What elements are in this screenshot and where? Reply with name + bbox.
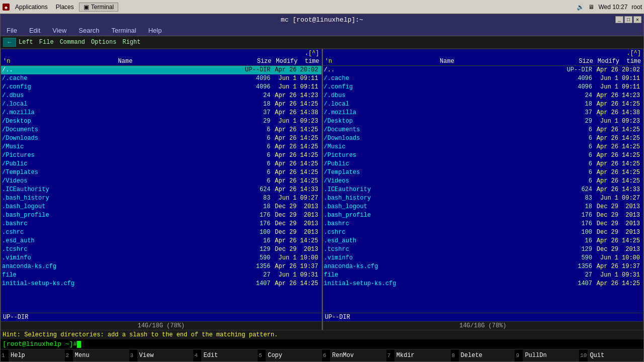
list-item[interactable]: /Music6Apr 2614:25 [1,143,321,151]
left-col-time: time [299,58,321,65]
list-item[interactable]: /Desktop29Jun 109:23 [1,117,321,126]
list-item[interactable]: /Videos6Apr 2614:25 [1,177,321,186]
list-item[interactable]: .cshrc100Dec 292013 [1,228,321,237]
list-item[interactable]: /Pictures6Apr 2614:25 [1,151,321,160]
list-item[interactable]: /Public6Apr 2614:25 [323,160,643,168]
terminal-window: mc [root@linuxhelp]:~ _ □ ✕ File Edit Vi… [0,14,644,362]
left-panel-tab-command: Command [60,39,85,46]
menu-search[interactable]: Search [76,26,101,35]
list-item[interactable]: .bash_history83Jun 109:27 [323,194,643,203]
prompt-text: [root@linuxhelp ~]# [3,340,77,348]
right-status-text: UP--DIR [325,314,350,321]
menu-file[interactable]: File [5,26,19,35]
list-item[interactable]: /.config4096Jun 109:11 [1,83,321,92]
list-item[interactable]: .ICEauthority624Apr 2614:33 [323,186,643,194]
list-item[interactable]: /.mozilla37Apr 2614:38 [323,109,643,117]
list-item[interactable]: /.config4096Jun 109:11 [323,83,643,92]
menu-view[interactable]: View [50,26,68,35]
list-item[interactable]: /Templates6Apr 2614:25 [323,168,643,177]
list-item[interactable]: .bash_logout18Dec 292013 [1,203,321,211]
list-item[interactable]: .bashrc176Dec 292013 [1,220,321,228]
list-item[interactable]: /.mozilla37Apr 2614:38 [1,109,321,117]
list-item[interactable]: .bashrc176Dec 292013 [323,220,643,228]
list-item[interactable]: anaconda-ks.cfg1356Apr 2619:37 [1,262,321,271]
list-item[interactable]: /.dbus24Apr 2614:23 [1,92,321,100]
list-item[interactable]: /Videos6Apr 2614:25 [323,177,643,186]
fkey-9[interactable]: 9PullDn [515,349,579,361]
hint-text: Hint: Selecting directories: add a slash… [3,331,278,338]
fkey-7[interactable]: 7Mkdir [386,349,451,361]
menu-terminal[interactable]: Terminal [110,26,138,35]
list-item[interactable]: .bash_logout18Dec 292013 [323,203,643,211]
places-menu[interactable]: Places [53,3,77,12]
list-item[interactable]: /.local18Apr 2614:25 [1,100,321,109]
list-item[interactable]: /Documents6Apr 2614:25 [1,126,321,134]
top-bar: ◆ Applications Places ▣ Terminal 🔊 🖥 Wed… [0,0,644,14]
left-panel-tab-left: Left [19,39,33,46]
menu-edit[interactable]: Edit [27,26,42,35]
right-col-modify: Modify [595,58,620,65]
volume-icon: 🔊 [577,4,584,11]
list-item[interactable]: .tcshrc129Dec 292013 [323,245,643,254]
list-item[interactable]: .bash_profile176Dec 292013 [1,211,321,220]
fkey-4[interactable]: 4Edit [193,349,258,361]
left-panel-status: UP--DIR [1,313,321,321]
right-panel: .[^] 'n Name Size Modify time /..UP--DIR… [322,49,644,330]
menu-help[interactable]: Help [146,26,164,35]
left-panel: .[^] 'n Name Size Modify time /..UP--DIR… [1,49,322,330]
user-label: root [631,4,642,11]
list-item[interactable]: /.cache4096Jun 109:11 [323,74,643,83]
list-item[interactable]: /Templates6Apr 2614:25 [1,168,321,177]
list-item[interactable]: /Downloads6Apr 2614:25 [1,134,321,143]
right-file-list: /..UP--DIRApr 2620:02/.cache4096Jun 109:… [323,66,643,313]
fkey-8[interactable]: 8Delete [451,349,515,361]
list-item[interactable]: initial-setup-ks.cfg1407Apr 2614:25 [1,280,321,288]
left-panel-path: .[^] [305,50,319,57]
list-item[interactable]: .tcshrc129Dec 292013 [1,245,321,254]
list-item[interactable]: .ICEauthority624Apr 2614:33 [1,186,321,194]
fkey-1[interactable]: 1Help [1,349,65,361]
panels-container: .[^] 'n Name Size Modify time /..UP--DIR… [1,49,643,330]
left-col-size: Size [238,58,274,65]
list-item[interactable]: /Desktop29Jun 109:23 [323,117,643,126]
list-item[interactable]: .bash_profile176Dec 292013 [323,211,643,220]
list-item[interactable]: /Pictures6Apr 2614:25 [323,151,643,160]
fkey-2[interactable]: 2Menu [65,349,129,361]
maximize-button[interactable]: □ [624,16,632,23]
list-item[interactable]: /..UP--DIRApr 2620:02 [323,66,643,74]
fkey-5[interactable]: 5Copy [258,349,322,361]
right-panel-status: UP--DIR [323,313,643,321]
list-item[interactable]: /.dbus24Apr 2614:23 [323,92,643,100]
close-button[interactable]: ✕ [633,16,641,23]
list-item[interactable]: .esd_auth16Apr 2614:25 [1,237,321,245]
list-item[interactable]: initial-setup-ks.cfg1407Apr 2614:25 [323,280,643,288]
list-item[interactable]: .viminfo590Jun 110:00 [323,254,643,262]
prompt-line[interactable]: [root@linuxhelp ~]# [1,339,643,349]
minimize-button[interactable]: _ [615,16,623,23]
list-item[interactable]: .cshrc100Dec 292013 [323,228,643,237]
list-item[interactable]: file27Jun 109:31 [1,271,321,280]
list-item[interactable]: .viminfo590Jun 110:00 [1,254,321,262]
right-col-name: Name [334,58,560,65]
left-nav-button[interactable]: ← [3,38,16,47]
list-item[interactable]: /Documents6Apr 2614:25 [323,126,643,134]
right-panel-title: .[^] [323,49,643,57]
left-panel-tab-options: Options [91,39,116,46]
applications-menu[interactable]: Applications [12,3,51,12]
list-item[interactable]: /..UP--DIRApr 2620:02 [1,66,321,74]
fkey-6[interactable]: 6RenMov [322,349,386,361]
fkey-10[interactable]: 10Quit [579,349,643,361]
list-item[interactable]: .esd_auth16Apr 2614:25 [323,237,643,245]
list-item[interactable]: file27Jun 109:31 [323,271,643,280]
list-item[interactable]: /Public6Apr 2614:25 [1,160,321,168]
list-item[interactable]: /.cache4096Jun 109:11 [1,74,321,83]
window-title: mc [root@linuxhelp]:~ [281,16,363,24]
list-item[interactable]: /Music6Apr 2614:25 [323,143,643,151]
terminal-tab[interactable]: ▣ Terminal [79,3,118,12]
list-item[interactable]: /.local18Apr 2614:25 [323,100,643,109]
left-panel-tab-right: Right [122,39,140,46]
list-item[interactable]: /Downloads6Apr 2614:25 [323,134,643,143]
list-item[interactable]: .bash_history83Jun 109:27 [1,194,321,203]
fkey-3[interactable]: 3View [129,349,194,361]
list-item[interactable]: anaconda-ks.cfg1356Apr 2619:37 [323,262,643,271]
